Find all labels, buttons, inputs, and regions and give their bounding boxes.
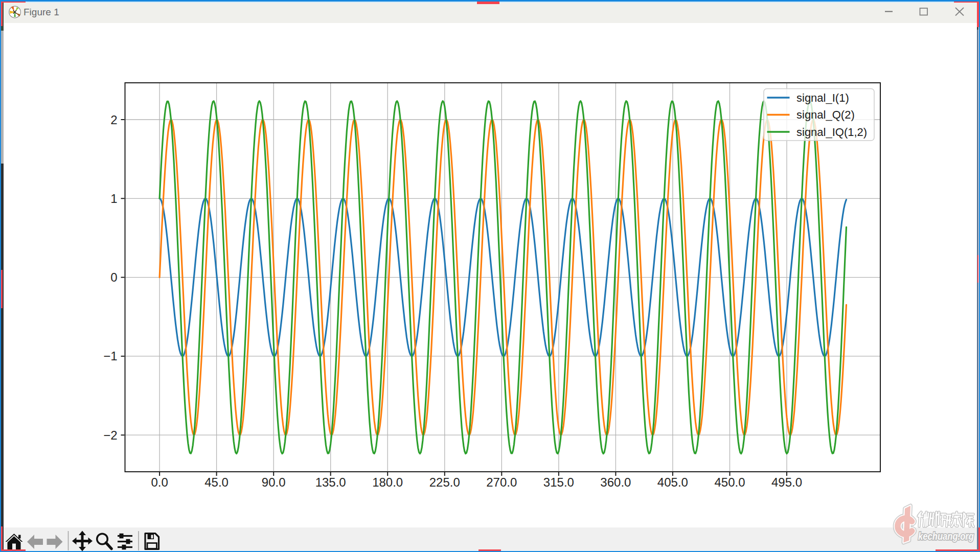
svg-text:1: 1 xyxy=(110,192,117,205)
svg-text:405.0: 405.0 xyxy=(657,475,688,489)
svg-text:signal_Q(2): signal_Q(2) xyxy=(796,108,855,121)
svg-text:360.0: 360.0 xyxy=(600,475,631,489)
svg-text:−1: −1 xyxy=(103,349,117,363)
svg-text:450.0: 450.0 xyxy=(714,475,745,489)
svg-text:signal_I(1): signal_I(1) xyxy=(796,91,849,104)
svg-text:signal_IQ(1,2): signal_IQ(1,2) xyxy=(796,126,867,139)
svg-text:135.0: 135.0 xyxy=(315,475,346,489)
svg-text:270.0: 270.0 xyxy=(486,475,517,489)
svg-text:kechuang.org: kechuang.org xyxy=(918,530,974,542)
svg-text:180.0: 180.0 xyxy=(372,475,403,489)
svg-text:0.0: 0.0 xyxy=(151,475,168,489)
svg-text:45.0: 45.0 xyxy=(204,475,229,489)
svg-text:Figure 1: Figure 1 xyxy=(24,7,59,17)
svg-text:2: 2 xyxy=(110,113,117,127)
svg-text:495.0: 495.0 xyxy=(771,475,802,489)
svg-text:0: 0 xyxy=(110,270,117,284)
svg-text:−2: −2 xyxy=(103,428,117,442)
svg-text:225.0: 225.0 xyxy=(429,475,460,489)
svg-text:315.0: 315.0 xyxy=(543,475,574,489)
svg-text:90.0: 90.0 xyxy=(262,475,286,489)
